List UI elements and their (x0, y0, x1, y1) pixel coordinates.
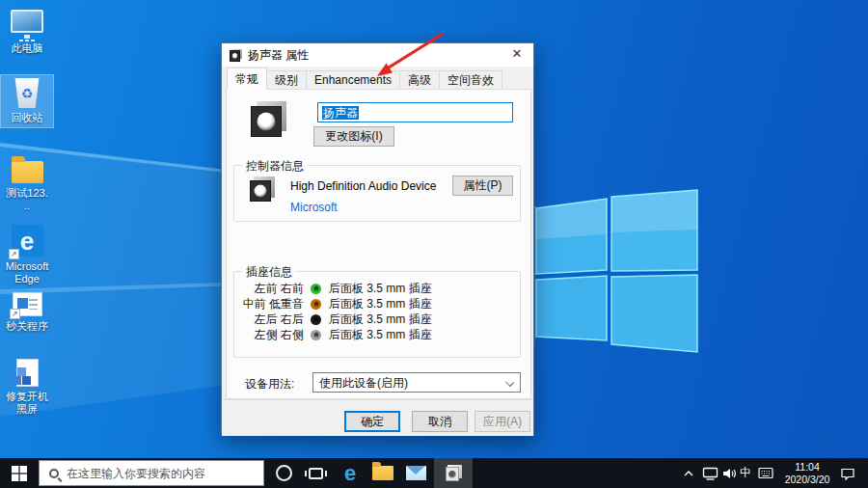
cortana-button[interactable] (270, 458, 297, 488)
vendor-link[interactable]: Microsoft (290, 201, 338, 214)
desktop-icon-registry-fix[interactable]: 修复开机黑屏 (1, 359, 53, 416)
device-usage-value: 使用此设备(启用) (319, 376, 408, 390)
desktop: 此电脑 回收站 测试123. .. Microsoft Edge 秒关程序 修复… (0, 0, 868, 488)
icon-label: 秒关程序 (1, 320, 53, 333)
icon-label: 测试123. (1, 187, 53, 200)
taskbar-mail-button[interactable] (401, 458, 430, 488)
taskbar: 中 11:04 2020/3/20 (0, 458, 868, 488)
tray-volume-button[interactable] (719, 458, 739, 488)
tray-network-button[interactable] (700, 458, 719, 488)
cancel-button[interactable]: 取消 (412, 411, 468, 432)
network-icon (702, 467, 719, 480)
device-usage-label: 设备用法: (245, 376, 294, 393)
speaker-app-icon (446, 465, 462, 481)
taskbar-explorer-button[interactable] (368, 458, 397, 488)
icon-label-2: .. (1, 200, 53, 212)
jack-channels: 左前 右前 (234, 281, 304, 297)
jack-row: 中前 低重音 后面板 3.5 mm 插座 (234, 297, 520, 311)
search-icon (49, 469, 59, 478)
windows-logo-icon (12, 466, 27, 481)
desktop-icon-this-pc[interactable]: 此电脑 (1, 10, 53, 55)
dialog-title: 扬声器 属性 (248, 47, 309, 64)
device-name-input[interactable]: 扬声器 (317, 102, 513, 122)
taskbar-search-box[interactable] (39, 460, 264, 486)
desktop-icon-edge[interactable]: Microsoft Edge (1, 225, 53, 285)
tab-enhancements[interactable]: Enhancements (306, 70, 400, 90)
chevron-down-icon (505, 378, 514, 387)
device-usage-select[interactable]: 使用此设备(启用) (312, 372, 521, 393)
taskbar-clock[interactable]: 11:04 2020/3/20 (779, 458, 835, 488)
tab-levels[interactable]: 级别 (266, 70, 307, 90)
volume-icon (721, 467, 738, 480)
shortcut-arrow-icon (9, 249, 19, 259)
ok-button[interactable]: 确定 (344, 411, 400, 432)
registry-file-icon (16, 359, 39, 387)
controller-device-icon (250, 176, 275, 202)
keyboard-icon (758, 467, 773, 479)
icon-label: 回收站 (1, 112, 53, 124)
apply-button-disabled: 应用(A) (475, 411, 530, 432)
speaker-properties-dialog: 扬声器 属性 ✕ 常规 级别 Enhancements 高级 空间音效 扬声器 … (221, 42, 534, 435)
controller-device-name: High Definition Audio Device (290, 179, 436, 193)
properties-button[interactable]: 属性(P) (452, 176, 513, 196)
cortana-icon (276, 465, 292, 481)
task-view-icon (309, 468, 323, 479)
taskbar-edge-button[interactable] (336, 458, 365, 488)
ime-mode-indicator[interactable]: 中 (737, 458, 754, 488)
tab-spatial-sound[interactable]: 空间音效 (439, 70, 502, 90)
jack-row: 左前 右前 后面板 3.5 mm 插座 (234, 282, 520, 295)
action-center-button[interactable] (835, 458, 860, 488)
jack-row: 左后 右后 后面板 3.5 mm 插座 (234, 312, 520, 326)
close-icon[interactable]: ✕ (501, 43, 533, 65)
this-pc-icon (11, 10, 43, 33)
change-icon-button[interactable]: 更改图标(I) (313, 126, 394, 147)
tab-advanced[interactable]: 高级 (399, 70, 440, 90)
mail-icon (406, 466, 426, 480)
clock-time: 11:04 (795, 461, 820, 474)
jack-color-dot (311, 330, 321, 340)
speaker-device-icon (251, 101, 286, 137)
jack-row: 左侧 右侧 后面板 3.5 mm 插座 (234, 328, 520, 341)
jack-info-group: 插座信息 左前 右前 后面板 3.5 mm 插座 中前 低重音 后面板 3.5 … (233, 271, 521, 358)
action-center-icon (840, 467, 855, 480)
task-view-button[interactable] (301, 458, 330, 488)
recycle-bin-icon (14, 78, 41, 108)
icon-label: 此电脑 (1, 42, 53, 55)
icon-label: 修复开机黑屏 (1, 391, 53, 416)
folder-icon (12, 161, 43, 183)
search-input[interactable] (67, 467, 263, 480)
tray-keyboard-button[interactable] (756, 458, 775, 488)
jack-desc: 后面板 3.5 mm 插座 (329, 281, 432, 297)
device-name-value: 扬声器 (322, 106, 359, 120)
chevron-up-icon (683, 470, 694, 477)
jack-color-dot (311, 284, 321, 294)
dialog-titlebar[interactable]: 扬声器 属性 ✕ (222, 43, 533, 67)
group-title: 控制器信息 (242, 158, 308, 175)
start-button[interactable] (0, 458, 39, 488)
speaker-icon (230, 49, 242, 62)
desktop-icon-folder-test123[interactable]: 测试123. .. (1, 154, 53, 212)
jack-desc: 后面板 3.5 mm 插座 (329, 296, 432, 312)
file-explorer-icon (372, 466, 393, 480)
jack-desc: 后面板 3.5 mm 插座 (329, 327, 432, 343)
icon-label: Microsoft Edge (1, 260, 53, 285)
tray-overflow-button[interactable] (679, 458, 698, 488)
dialog-button-row: 确定 取消 应用(A) (222, 399, 533, 436)
tab-page-general: 扬声器 更改图标(I) 控制器信息 High Definition Audio … (226, 89, 531, 399)
jack-channels: 左侧 右侧 (234, 327, 304, 343)
jack-color-dot (311, 299, 321, 310)
jack-channels: 中前 低重音 (234, 296, 304, 312)
desktop-icon-app[interactable]: 秒关程序 (1, 292, 53, 333)
jack-channels: 左后 右后 (234, 312, 304, 328)
desktop-icon-recycle-bin[interactable]: 回收站 (1, 75, 53, 127)
controller-info-group: 控制器信息 High Definition Audio Device Micro… (233, 165, 521, 222)
tab-strip: 常规 级别 Enhancements 高级 空间音效 (227, 68, 502, 90)
jack-desc: 后面板 3.5 mm 插座 (329, 312, 432, 328)
jack-color-dot (311, 314, 321, 325)
taskbar-sound-app-active[interactable] (434, 458, 473, 488)
group-title: 插座信息 (242, 264, 296, 281)
clock-date: 2020/3/20 (785, 474, 830, 486)
tab-general[interactable]: 常规 (227, 68, 267, 90)
shortcut-arrow-icon (10, 309, 20, 319)
